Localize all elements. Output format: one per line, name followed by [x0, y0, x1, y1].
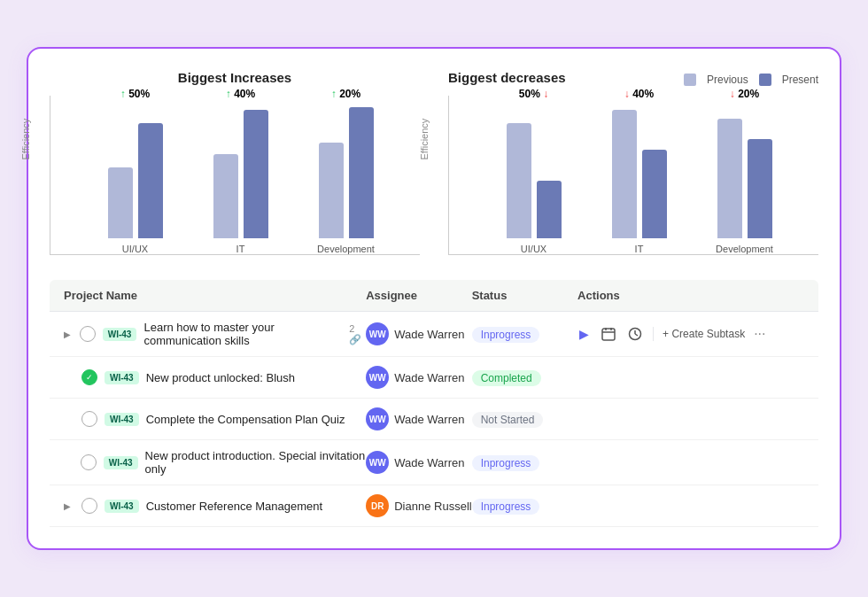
up-arrow-uiux: ↑ — [120, 88, 126, 100]
project-table: Project Name Assignee Status Actions ▶ W… — [50, 280, 818, 527]
status-row4: Inprogress — [472, 456, 577, 469]
up-arrow-dev: ↑ — [331, 88, 337, 100]
row2-name-cell: ▶ ✓ WI-43 New product unlocked: Blush — [64, 369, 366, 385]
decreases-bar-group-it: ↓ 40% IT — [586, 105, 692, 254]
decreases-bars-dev: ↓ 20% — [717, 105, 772, 238]
decreases-prev-bar-it — [612, 110, 637, 238]
assignee-name-row3: Wade Warren — [394, 413, 464, 426]
down-arrow-dev: ↓ — [730, 88, 735, 100]
increases-present-bar-dev — [349, 107, 374, 238]
increases-label-dev: Development — [317, 244, 375, 254]
decreases-annotation-uiux: 50% ↓ — [507, 88, 562, 100]
check-icon-row2[interactable]: ✓ — [81, 369, 97, 385]
expand-icon-row5[interactable]: ▶ — [64, 501, 74, 511]
decreases-prev-bar-dev — [717, 119, 742, 238]
status-badge-row2: Completed — [472, 370, 541, 386]
decreases-title: Biggest decreases — [448, 70, 566, 85]
check-icon-row3[interactable] — [81, 411, 97, 427]
increases-bar-group-dev: ↑ 20% Development — [293, 105, 399, 254]
table-row: ▶ ✓ WI-43 New product unlocked: Blush WW… — [50, 357, 818, 399]
row1-name-cell: ▶ WI-43 Learn how to master your communi… — [64, 321, 366, 347]
legend-present-label: Present — [782, 74, 818, 86]
table-row: ▶ WI-43 Complete the Compensation Plan Q… — [50, 399, 818, 440]
increases-annotation-it: ↑ 40% — [213, 88, 268, 100]
actions-row1: ▶ + Create S — [577, 325, 804, 343]
task-name-row5: Customer Reference Management — [146, 500, 322, 513]
status-badge-row5: Inprogress — [472, 499, 540, 515]
play-button-row1[interactable]: ▶ — [577, 325, 591, 343]
chart-legend: Previous Present — [684, 74, 818, 86]
increases-bars-it: ↑ 40% — [213, 105, 268, 238]
increases-annotation-dev: ↑ 20% — [319, 88, 374, 100]
decreases-pct-uiux: 50% — [519, 88, 540, 100]
legend-previous-label: Previous — [707, 74, 748, 86]
assignee-name-row5: Dianne Russell — [394, 500, 471, 513]
check-icon-row5[interactable] — [81, 498, 97, 514]
decreases-pct-dev: 20% — [738, 88, 759, 100]
assignee-row4: WW Wade Warren — [366, 451, 471, 474]
row5-name-cell: ▶ WI-43 Customer Reference Management — [64, 498, 366, 514]
create-subtask-button-row1[interactable]: + Create Subtask — [663, 328, 745, 340]
table-row: ▶ WI-43 Learn how to master your communi… — [50, 312, 818, 357]
clock-button-row1[interactable] — [626, 325, 644, 343]
decreases-chart: Biggest decreases Previous Present Effic… — [448, 70, 818, 255]
assignee-name-row1: Wade Warren — [394, 328, 464, 341]
increases-title: Biggest Increases — [50, 70, 420, 85]
status-row2: Completed — [472, 371, 577, 384]
calendar-icon — [601, 327, 616, 341]
table-row: ▶ WI-43 New product introduction. Specia… — [50, 440, 818, 485]
col-actions: Actions — [577, 289, 804, 302]
increases-bar-group-it: ↑ 40% IT — [188, 105, 293, 254]
decreases-present-bar-dev — [748, 139, 772, 238]
task-name-row4: New product introduction. Special invita… — [145, 449, 367, 476]
status-badge-row1: Inprogress — [472, 327, 540, 343]
avatar-row3: WW — [366, 407, 389, 430]
status-row3: Not Started — [472, 413, 577, 426]
main-card: Biggest Increases Efficiency ↑ 50% UI/UX — [27, 47, 841, 550]
increases-label-uiux: UI/UX — [122, 244, 148, 254]
calendar-button-row1[interactable] — [600, 325, 617, 343]
increases-bar-group-uiux: ↑ 50% UI/UX — [82, 105, 188, 254]
up-arrow-it: ↑ — [226, 88, 231, 100]
svg-line-6 — [635, 334, 638, 336]
col-project-name: Project Name — [64, 289, 366, 302]
decreases-bars-it: ↓ 40% — [612, 105, 667, 238]
decreases-y-label: Efficiency — [419, 118, 430, 159]
avatar-row1: WW — [366, 322, 389, 345]
increases-pct-it: 40% — [234, 88, 255, 100]
expand-icon-row1[interactable]: ▶ — [64, 330, 73, 339]
increases-prev-bar-dev — [319, 143, 344, 238]
decreases-chart-area: Efficiency 50% ↓ UI/UX — [448, 96, 818, 255]
assignee-row3: WW Wade Warren — [366, 407, 471, 430]
tag-row3: WI-43 — [105, 413, 139, 426]
increases-chart: Biggest Increases Efficiency ↑ 50% UI/UX — [50, 70, 420, 255]
svg-rect-0 — [602, 329, 615, 340]
row4-name-cell: ▶ WI-43 New product introduction. Specia… — [64, 449, 366, 476]
tag-row5: WI-43 — [105, 500, 139, 513]
status-badge-row3: Not Started — [472, 412, 544, 428]
clock-icon — [628, 327, 642, 341]
tag-row2: WI-43 — [105, 371, 139, 384]
decreases-bars-uiux: 50% ↓ — [507, 105, 562, 238]
status-row5: Inprogress — [472, 500, 577, 513]
increases-pct-dev: 20% — [339, 88, 360, 100]
more-button-row1[interactable]: ··· — [754, 326, 765, 342]
check-icon-row4[interactable] — [81, 454, 97, 470]
decreases-bar-group-dev: ↓ 20% Development — [692, 105, 797, 254]
down-arrow-it: ↓ — [624, 88, 630, 100]
increases-present-bar-uiux — [138, 123, 163, 238]
status-row1: Inprogress — [472, 328, 577, 341]
increases-prev-bar-uiux — [108, 167, 133, 238]
table-header-row: Project Name Assignee Status Actions — [50, 280, 818, 312]
avatar-row5: DR — [366, 494, 389, 517]
row3-name-cell: ▶ WI-43 Complete the Compensation Plan Q… — [64, 411, 366, 427]
increases-prev-bar-it — [213, 154, 238, 238]
assignee-name-row4: Wade Warren — [394, 456, 464, 469]
assignee-row5: DR Dianne Russell — [366, 494, 471, 517]
decreases-label-uiux: UI/UX — [521, 244, 546, 254]
tag-row1: WI-43 — [103, 328, 137, 341]
check-icon-row1[interactable] — [80, 326, 96, 342]
decreases-label-dev: Development — [716, 244, 773, 254]
increases-pct-uiux: 50% — [128, 88, 150, 100]
task-name-row3: Complete the Compensation Plan Quiz — [146, 413, 345, 426]
